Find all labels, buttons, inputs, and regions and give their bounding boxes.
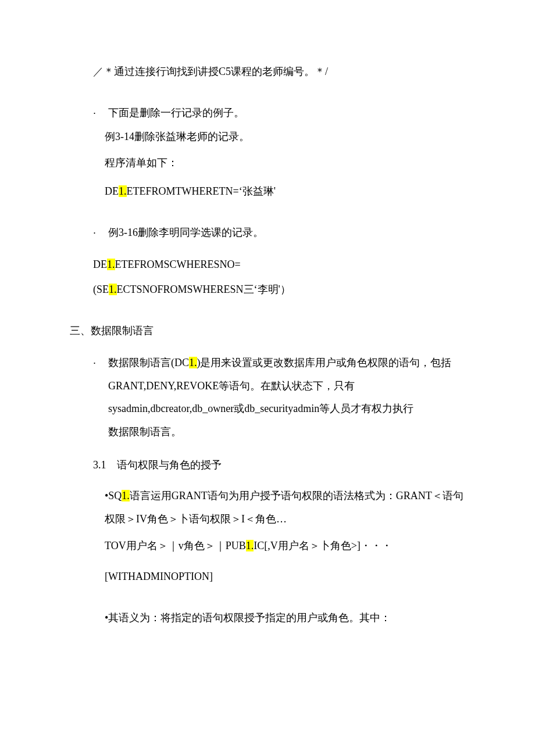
heading-3-1: 3.1 语句权限与角色的授予: [93, 457, 465, 473]
text-to-a: TOV用户名＞｜v角色＞｜PUB: [105, 540, 246, 551]
bullet-item-example-3-16: · 例3-16删除李明同学选课的记录。: [93, 225, 465, 241]
document-page: ／＊通过连接行询找到讲授C5课程的老师编号。＊/ · 下面是删除一行记录的例子。…: [0, 0, 535, 756]
highlight-3: 1.: [109, 284, 117, 295]
highlight-1: 1.: [119, 185, 127, 197]
text-dcl-line3: sysadmin,dbcreator,db_owner或db_securitya…: [108, 403, 413, 414]
text-example-3-16: 例3-16删除李明同学选课的记录。: [108, 225, 263, 241]
text-grant-b: 语言运用GRANT语句为用户授予语句权限的语法格式为：GRANT＜语句: [130, 490, 463, 501]
code-frag-de2: DE: [93, 259, 107, 270]
text-dcl-line2: GRANT,DENY,REVOKE等语句。在默认状态下，只有: [108, 380, 355, 392]
para-with-admin: [WITHADMINOPTION]: [105, 569, 465, 585]
code-delete-sc: DE1.ETEFROMSCWHERESNO=: [93, 257, 465, 273]
text-dcl-b: )是用来设置或更改数据库用户或角色权限的语句，包括: [197, 357, 452, 368]
code-frag-rest3: ECTSNOFROMSWHERESN三‘李明'）: [117, 284, 291, 295]
para-program-list: 程序清单如下：: [105, 155, 465, 171]
text-dcl-line4: 数据限制语言。: [108, 426, 181, 438]
bullet-item-dcl: · 数据限制语言(DC1.)是用来设置或更改数据库用户或角色权限的语句，包括 G…: [93, 352, 465, 443]
para-semantics: •其语义为：将指定的语句权限授予指定的用户或角色。其中：: [105, 610, 465, 626]
text-grant-line2: 权限＞IV角色＞卜语句权限＞I＜角色…: [105, 513, 287, 525]
para-example-3-14: 例3-14删除张益琳老师的记录。: [105, 129, 465, 145]
highlight-6: 1.: [246, 540, 254, 551]
code-frag-de: DE: [105, 185, 119, 197]
code-frag-se: (SE: [93, 284, 109, 295]
highlight-5: 1.: [122, 490, 130, 501]
bullet-dot-icon: ·: [93, 105, 108, 121]
code-select-sno: (SE1.ECTSNOFROMSWHERESN三‘李明'）: [93, 282, 465, 298]
highlight-4: 1.: [189, 357, 197, 368]
code-frag-rest2: ETEFROMSCWHERESNO=: [115, 259, 241, 270]
text-to-b: IC[,V用户名＞卜角色>]・・・: [254, 540, 392, 551]
bullet-dot-icon: ·: [93, 225, 108, 241]
code-delete-teacher: DE1.ETEFROMTWHERETN=‘张益琳': [105, 184, 465, 199]
para-comment: ／＊通过连接行询找到讲授C5课程的老师编号。＊/: [93, 64, 465, 80]
text-dcl-a: 数据限制语言(DC: [108, 357, 189, 368]
para-grant-to: TOV用户名＞｜v角色＞｜PUB1.IC[,V用户名＞卜角色>]・・・: [105, 538, 465, 554]
text-delete-intro: 下面是删除一行记录的例子。: [108, 105, 244, 121]
bullet-dot-icon: ·: [93, 352, 108, 375]
bullet-item-delete-intro: · 下面是删除一行记录的例子。: [93, 105, 465, 121]
heading-section-3: 三、数据限制语言: [70, 323, 465, 339]
code-frag-rest: ETEFROMTWHERETN=‘张益琳': [127, 185, 276, 197]
text-grant-a: •SQ: [105, 490, 122, 501]
text-dcl-block: 数据限制语言(DC1.)是用来设置或更改数据库用户或角色权限的语句，包括 GRA…: [108, 352, 452, 443]
highlight-2: 1.: [107, 259, 115, 270]
para-grant-syntax: •SQ1.语言运用GRANT语句为用户授予语句权限的语法格式为：GRANT＜语句…: [105, 485, 465, 531]
